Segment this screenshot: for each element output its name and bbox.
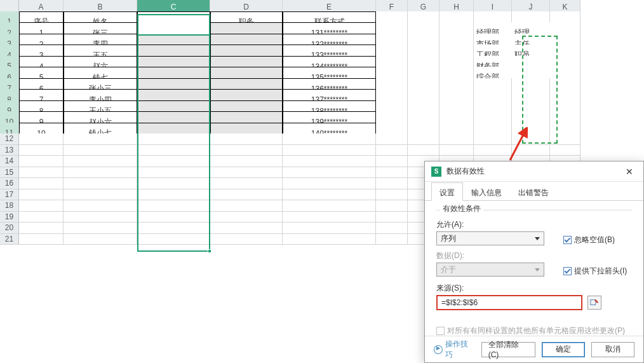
row-13[interactable]: 13	[0, 145, 19, 156]
data-select: 介于	[436, 263, 544, 277]
row-21[interactable]: 21	[0, 234, 19, 245]
close-button[interactable]: ✕	[622, 164, 637, 179]
allow-label: 允许(A):	[436, 219, 544, 230]
play-icon	[434, 345, 443, 354]
checkbox-dropdown-arrow[interactable]: 提供下拉箭头(I)	[563, 266, 627, 277]
row-16[interactable]: 16	[0, 178, 19, 189]
chevron-down-icon	[535, 237, 540, 240]
dialog-tabs: 设置 输入信息 出错警告	[425, 182, 643, 201]
clear-all-button[interactable]: 全部清除(C)	[481, 342, 535, 357]
app-icon: S	[431, 167, 441, 177]
source-input[interactable]: =$I$2:$I$6	[436, 295, 582, 310]
apply-all-label: 对所有有同样设置的其他所有单元格应用这些更改(P)	[447, 325, 625, 336]
fill-handle[interactable]	[208, 249, 211, 253]
chevron-down-icon	[535, 268, 540, 271]
tab-error-alert[interactable]: 出错警告	[510, 182, 557, 201]
row-20[interactable]: 20	[0, 223, 19, 234]
fieldset-label: 有效性条件	[440, 203, 483, 214]
tab-settings[interactable]: 设置	[431, 182, 463, 201]
annotation-arrow-icon	[505, 127, 530, 163]
ok-button[interactable]: 确定	[542, 342, 585, 357]
cancel-button[interactable]: 取消	[591, 342, 634, 357]
checkbox-ignore-blank[interactable]: 忽略空值(B)	[563, 235, 615, 245]
source-label: 来源(S):	[436, 283, 632, 294]
dialog-titlebar[interactable]: S 数据有效性 ✕	[425, 161, 643, 182]
tab-input-message[interactable]: 输入信息	[463, 182, 510, 201]
allow-select[interactable]: 序列	[436, 231, 544, 245]
row-15[interactable]: 15	[0, 167, 19, 179]
tips-link[interactable]: 操作技巧	[434, 339, 475, 360]
dialog-title: 数据有效性	[446, 166, 485, 177]
data-validation-dialog: S 数据有效性 ✕ 设置 输入信息 出错警告 有效性条件 允许(A): 序列 忽…	[424, 161, 644, 363]
data-label: 数据(D):	[436, 250, 544, 261]
row-14[interactable]: 14	[0, 156, 19, 167]
checkbox-apply-all	[436, 327, 445, 335]
row-18[interactable]: 18	[0, 200, 19, 212]
range-picker-button[interactable]	[587, 296, 601, 310]
row-12[interactable]: 12	[0, 134, 19, 145]
svg-line-0	[510, 131, 525, 160]
row-19[interactable]: 19	[0, 212, 19, 223]
row-17[interactable]: 17	[0, 189, 19, 201]
